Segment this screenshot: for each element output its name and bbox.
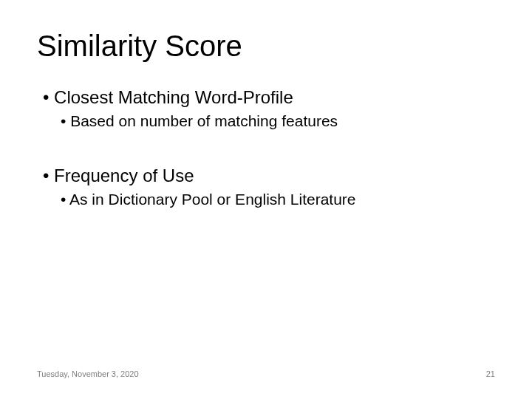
spacer [43, 152, 486, 166]
footer-page-number: 21 [486, 369, 495, 378]
slide: Similarity Score Closest Matching Word-P… [0, 0, 532, 399]
footer-date: Tuesday, November 3, 2020 [37, 369, 139, 378]
slide-title: Similarity Score [37, 30, 242, 63]
slide-body: Closest Matching Word-Profile Based on n… [43, 87, 486, 231]
bullet-level1: Frequency of Use [43, 166, 486, 186]
bullet-level2: Based on number of matching features [61, 112, 486, 130]
bullet-level1: Closest Matching Word-Profile [43, 87, 486, 108]
bullet-level2: As in Dictionary Pool or English Literat… [61, 191, 486, 208]
